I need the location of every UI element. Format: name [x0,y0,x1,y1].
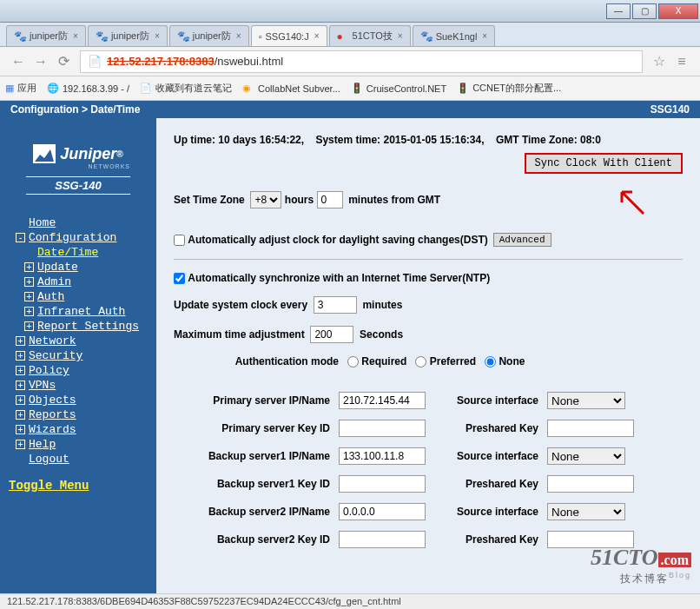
primary-src-if-select[interactable]: None [547,392,625,409]
nav-item-admin[interactable]: +Admin [7,275,156,289]
tab-label: juniper防 [30,30,68,43]
paw-icon: 🐾 [14,30,26,43]
auth-preferred-radio[interactable] [415,356,426,367]
apps-button[interactable]: ▦应用 [5,82,36,95]
menu-icon[interactable]: ≡ [673,53,690,70]
nav-item-date-time[interactable]: Date/Time [7,245,156,260]
expand-icon[interactable]: + [16,381,25,390]
nav-item-reports[interactable]: +Reports [7,407,156,422]
primary-ip-input[interactable] [339,392,426,409]
maximize-button[interactable]: ▢ [632,3,657,19]
tab-close-icon[interactable]: × [236,31,241,41]
tab-label: juniper防 [193,30,231,43]
primary-key-input[interactable] [339,420,426,437]
browser-tab-active[interactable]: ▫SSG140:J× [251,25,327,46]
status-bar: 121.52.217.178:8383/6DBE694D46353F88C597… [0,593,700,609]
nav-item-network[interactable]: +Network [7,334,156,348]
nav-item-infranet-auth[interactable]: +Infranet Auth [7,304,156,319]
tab-close-icon[interactable]: × [314,31,320,41]
auth-required-label: Required [361,355,406,367]
expand-icon[interactable]: + [24,262,34,272]
src-if-label: Source interface [443,506,547,518]
backup1-ip-input[interactable] [339,447,426,465]
backup2-key-input[interactable] [339,531,426,548]
nav-item-vpns[interactable]: +VPNs [7,378,156,393]
preshared-label: Preshared Key [443,478,547,490]
redacted-host: 121.52.217.178:8383 [107,55,215,68]
expand-icon[interactable]: + [16,440,25,449]
expand-icon[interactable]: + [24,307,34,316]
backup1-preshared-input[interactable] [547,475,634,493]
toggle-menu-link[interactable]: Toggle Menu [0,467,156,505]
auth-required-radio[interactable] [347,356,359,367]
sidebar: Juniper® NETWORKS SSG-140 Home-Configura… [0,118,156,593]
primary-preshared-input[interactable] [547,420,634,437]
nav-item-auth[interactable]: +Auth [7,289,156,304]
ntp-label: Automatically synchronize with an Intern… [188,272,490,284]
nav-item-help[interactable]: +Help [7,437,156,452]
tab-close-icon[interactable]: × [398,31,403,41]
paw-icon: 🐾 [420,30,433,43]
nav-item-configuration[interactable]: -Configuration [7,230,156,245]
close-button[interactable]: X [658,3,698,19]
timezone-minutes-input[interactable] [317,191,343,209]
backup2-src-if-select[interactable]: None [547,503,625,520]
backup1-key-input[interactable] [339,475,426,493]
bookmark-item[interactable]: 🚦CCNET的部分配置... [457,82,561,95]
browser-tab[interactable]: ●51CTO技× [329,25,411,46]
nav-item-objects[interactable]: +Objects [7,393,156,407]
forward-icon[interactable]: → [32,53,50,70]
browser-tab[interactable]: 🐾juniper防× [6,25,86,46]
tab-close-icon[interactable]: × [155,31,160,41]
nav-item-report-settings[interactable]: +Report Settings [7,319,156,334]
logo: Juniper® NETWORKS SSG-140 [0,144,156,215]
tab-close-icon[interactable]: × [73,31,78,41]
juniper-logo-icon [33,144,56,163]
sync-clock-button[interactable]: Sync Clock With Client [525,153,683,174]
bookmark-item[interactable]: ◉CollabNet Subver... [242,83,340,95]
bookmark-bar: ▦应用 🌐192.168.3.99 - / 📄收藏到有道云笔记 ◉CollabN… [0,76,700,101]
device-model: SSG-140 [26,176,130,195]
expand-icon[interactable]: + [16,366,25,375]
backup1-src-if-select[interactable]: None [547,447,625,465]
max-adj-input[interactable] [310,326,353,343]
bookmark-item[interactable]: 🚦CruiseControl.NET [351,83,446,95]
bookmark-item[interactable]: 🌐192.168.3.99 - / [47,83,129,95]
expand-icon[interactable]: + [24,292,34,301]
timezone-hours-select[interactable]: +8 [250,191,281,209]
expand-icon[interactable]: + [24,277,34,287]
nav-item-home[interactable]: Home [7,215,156,230]
bookmark-icon: 📄 [140,83,152,95]
browser-tab[interactable]: 🐾juniper防× [169,25,249,46]
expand-icon[interactable]: + [16,336,25,346]
bookmark-icon: 🚦 [457,83,469,95]
update-minutes-input[interactable] [314,296,357,314]
nav-item-policy[interactable]: +Policy [7,363,156,378]
expand-icon[interactable]: + [24,321,34,331]
nav-item-wizards[interactable]: +Wizards [7,422,156,437]
nav-item-logout[interactable]: Logout [7,452,156,467]
expand-icon[interactable]: + [16,395,25,405]
favorite-icon[interactable]: ☆ [650,53,668,70]
auth-none-radio[interactable] [485,356,496,367]
minimize-button[interactable]: — [606,3,631,19]
expand-icon[interactable]: + [16,351,25,361]
bookmark-item[interactable]: 📄收藏到有道云笔记 [140,82,232,95]
url-field[interactable]: 📄 121.52.217.178:8383 /nswebui.html [80,50,643,73]
reload-icon[interactable]: ⟳ [55,53,72,70]
browser-tab[interactable]: 🐾SueK1ngl× [413,25,496,46]
expand-icon[interactable]: + [16,425,25,434]
back-icon[interactable]: ← [10,53,27,70]
expand-icon[interactable]: - [16,233,25,242]
expand-icon[interactable]: + [16,410,25,420]
ntp-checkbox[interactable] [174,273,185,284]
preshared-label: Preshared Key [443,533,547,546]
nav-item-update[interactable]: +Update [7,260,156,275]
backup2-ip-input[interactable] [339,503,426,520]
dst-checkbox[interactable] [174,235,185,246]
max-adj-label: Maximum time adjustment [174,328,305,341]
advanced-button[interactable]: Advanced [493,233,551,247]
nav-item-security[interactable]: +Security [7,348,156,363]
browser-tab[interactable]: 🐾juniper防× [88,25,168,46]
tab-close-icon[interactable]: × [482,31,487,41]
